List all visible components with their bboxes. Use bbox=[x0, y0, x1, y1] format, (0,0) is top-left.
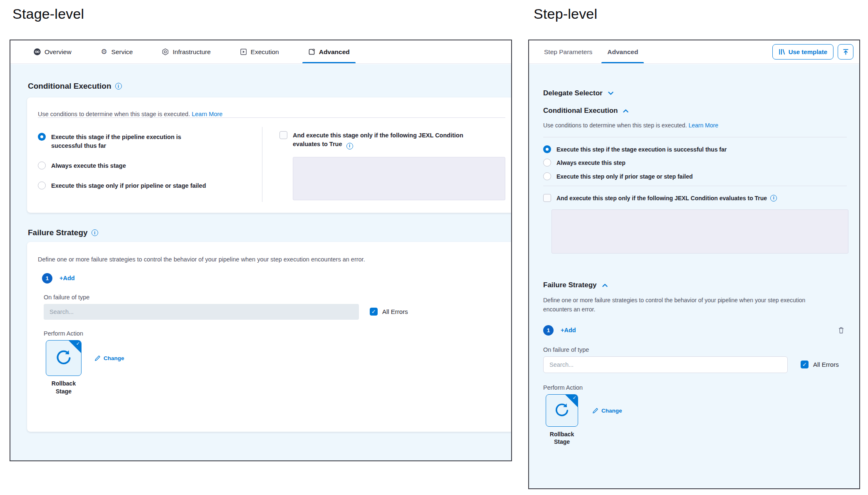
conditional-execution-heading-label: Conditional Execution bbox=[28, 82, 111, 91]
divider bbox=[38, 117, 505, 118]
selected-action-name: Rollback Stage bbox=[547, 430, 577, 446]
tab-service-label: Service bbox=[111, 48, 133, 56]
divider bbox=[543, 137, 847, 137]
tab-infrastructure[interactable]: Infrastructure bbox=[156, 40, 216, 63]
jexl-condition-input[interactable] bbox=[551, 209, 848, 254]
trash-icon bbox=[838, 327, 844, 334]
failure-type-search-input[interactable] bbox=[543, 356, 788, 373]
info-icon[interactable]: i bbox=[115, 83, 122, 90]
perform-action-label: Perform Action bbox=[44, 330, 505, 337]
checkbox-unchecked-icon bbox=[279, 131, 287, 139]
advanced-icon bbox=[308, 48, 315, 55]
use-template-label: Use template bbox=[789, 48, 827, 55]
stage-tabbar: Overview ⚙ Service Infrastructure Execut… bbox=[10, 40, 511, 64]
tab-advanced[interactable]: Advanced bbox=[601, 40, 644, 63]
conditional-execution-section-toggle[interactable]: Conditional Execution bbox=[543, 107, 847, 115]
delete-strategy-button[interactable] bbox=[838, 327, 844, 334]
overview-icon bbox=[34, 48, 41, 55]
rollback-stage-action-tile[interactable]: ✓ bbox=[46, 340, 82, 376]
conditional-execution-heading-label: Conditional Execution bbox=[543, 107, 618, 115]
strategy-count-badge[interactable]: 1 bbox=[543, 325, 554, 336]
learn-more-link[interactable]: Learn More bbox=[688, 122, 718, 129]
tab-execution-label: Execution bbox=[251, 48, 279, 56]
step-level-title: Step-level bbox=[534, 6, 597, 22]
gear-icon: ⚙ bbox=[101, 48, 108, 55]
checkbox-checked-icon: ✓ bbox=[801, 361, 809, 368]
tab-advanced-label: Advanced bbox=[607, 48, 638, 56]
all-errors-checkbox-row[interactable]: ✓ All Errors bbox=[370, 308, 408, 316]
on-failure-of-type-label: On failure of type bbox=[44, 294, 505, 301]
jexl-condition-checkbox-row[interactable]: And execute this step only if the follow… bbox=[543, 194, 847, 202]
stage-advanced-content: Conditional Execution i Use conditions t… bbox=[10, 64, 511, 460]
execution-condition-radio-group: Execute this stage if the pipeline execu… bbox=[38, 127, 262, 202]
stage-advanced-panel: Overview ⚙ Service Infrastructure Execut… bbox=[10, 40, 512, 461]
jexl-condition-block: And execute this stage only if the follo… bbox=[262, 127, 505, 202]
failure-type-search-input[interactable] bbox=[44, 304, 359, 320]
all-errors-checkbox-row[interactable]: ✓ All Errors bbox=[801, 361, 839, 368]
radio-icon bbox=[543, 172, 551, 180]
tab-advanced[interactable]: Advanced bbox=[302, 40, 356, 63]
failure-strategy-section-toggle[interactable]: Failure Strategy bbox=[543, 281, 847, 289]
template-library-icon bbox=[779, 48, 785, 55]
conditional-execution-description: Use conditions to determine when this st… bbox=[543, 122, 847, 129]
change-action-link[interactable]: Change bbox=[94, 355, 124, 361]
conditional-execution-description-text: Use conditions to determine when this st… bbox=[543, 122, 687, 129]
strategy-count-badge[interactable]: 1 bbox=[42, 273, 52, 284]
chevron-down-icon bbox=[608, 92, 613, 95]
play-square-icon bbox=[240, 48, 247, 55]
use-template-button[interactable]: Use template bbox=[772, 44, 833, 60]
add-strategy-button[interactable]: +Add bbox=[561, 327, 576, 333]
radio-execute-if-stage-successful[interactable]: Execute this step if the stage execution… bbox=[543, 145, 847, 154]
tab-advanced-label: Advanced bbox=[319, 48, 350, 56]
info-icon[interactable]: i bbox=[346, 143, 353, 149]
on-failure-of-type-label: On failure of type bbox=[543, 346, 847, 353]
failure-strategy-heading-label: Failure Strategy bbox=[28, 228, 88, 237]
step-advanced-content: Delegate Selector Conditional Execution … bbox=[529, 64, 859, 488]
radio-execute-if-pipeline-successful[interactable]: Execute this stage if the pipeline execu… bbox=[38, 133, 262, 150]
execution-condition-radio-group: Execute this step if the stage execution… bbox=[543, 145, 847, 181]
tab-execution[interactable]: Execution bbox=[234, 40, 285, 63]
stage-level-title: Stage-level bbox=[12, 6, 84, 22]
jexl-checkbox-label: And execute this stage only if the follo… bbox=[293, 132, 463, 147]
radio-execute-if-failed[interactable]: Execute this stage only if prior pipelin… bbox=[38, 182, 262, 190]
tab-step-parameters-label: Step Parameters bbox=[544, 48, 592, 56]
upgrade-template-button[interactable] bbox=[838, 44, 853, 60]
tab-overview[interactable]: Overview bbox=[28, 40, 77, 63]
info-icon[interactable]: i bbox=[770, 195, 777, 201]
radio-label: Execute this stage only if prior pipelin… bbox=[51, 182, 206, 190]
radio-icon bbox=[543, 159, 551, 167]
arrow-to-top-icon bbox=[842, 48, 849, 55]
radio-always-execute[interactable]: Always execute this step bbox=[543, 159, 847, 167]
radio-label: Execute this step if the stage execution… bbox=[556, 145, 727, 154]
all-errors-label: All Errors bbox=[382, 308, 408, 315]
infrastructure-icon bbox=[162, 48, 169, 55]
delegate-selector-section-toggle[interactable]: Delegate Selector bbox=[543, 89, 847, 97]
jexl-condition-input[interactable] bbox=[293, 157, 505, 200]
divider bbox=[543, 186, 847, 186]
selected-action-name: Rollback Stage bbox=[47, 380, 80, 396]
failure-strategy-description: Define one or more failure strategies to… bbox=[543, 296, 834, 314]
delegate-selector-heading-label: Delegate Selector bbox=[543, 89, 603, 97]
learn-more-link[interactable]: Learn More bbox=[192, 111, 223, 117]
radio-always-execute[interactable]: Always execute this stage bbox=[38, 162, 262, 170]
jexl-condition-checkbox-row[interactable]: And execute this stage only if the follo… bbox=[279, 131, 505, 149]
all-errors-label: All Errors bbox=[813, 361, 839, 368]
radio-selected-icon bbox=[543, 145, 551, 153]
rollback-stage-action-tile[interactable]: ✓ bbox=[546, 394, 578, 427]
perform-action-label: Perform Action bbox=[543, 384, 847, 391]
conditional-execution-heading: Conditional Execution i bbox=[28, 82, 511, 91]
tab-step-parameters[interactable]: Step Parameters bbox=[538, 40, 598, 63]
radio-icon bbox=[38, 182, 46, 189]
radio-selected-icon bbox=[38, 133, 46, 141]
tab-service[interactable]: ⚙ Service bbox=[95, 40, 139, 63]
tab-overview-label: Overview bbox=[45, 48, 72, 56]
info-icon[interactable]: i bbox=[91, 229, 98, 236]
checkbox-checked-icon: ✓ bbox=[370, 308, 378, 316]
step-advanced-panel: Step Parameters Advanced Use template De… bbox=[528, 40, 860, 489]
add-strategy-button[interactable]: +Add bbox=[59, 275, 75, 281]
chevron-up-icon bbox=[602, 284, 608, 287]
radio-execute-if-failed[interactable]: Execute this step only if prior stage or… bbox=[543, 172, 847, 181]
change-action-link[interactable]: Change bbox=[592, 408, 622, 414]
conditional-execution-card: Use conditions to determine when this st… bbox=[27, 97, 511, 213]
conditional-execution-description-text: Use conditions to determine when this st… bbox=[38, 111, 190, 117]
